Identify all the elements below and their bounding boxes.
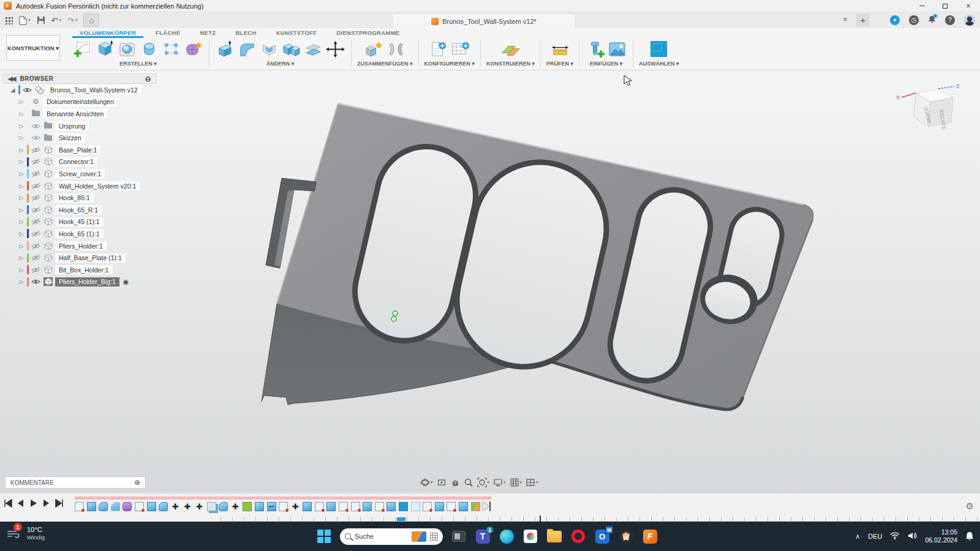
browser-item-pliers-holder-big-1[interactable]: ▷Pliers_Holder_Big:1◉ bbox=[2, 276, 157, 288]
browser-item-base-plate-1[interactable]: ▷Base_Plate:1 bbox=[2, 144, 157, 156]
start-button[interactable] bbox=[316, 528, 332, 544]
canvas-icon[interactable] bbox=[607, 40, 627, 58]
browser-item-label[interactable]: Screw_cover:1 bbox=[55, 169, 105, 178]
extrude-icon[interactable] bbox=[95, 40, 115, 58]
timeline-feature-move-8[interactable]: ✚ bbox=[171, 502, 180, 511]
viewport[interactable]: X Z VORNE RECHTS ◀◀ BROWSER ⊖ ◢Brunos_To… bbox=[0, 70, 980, 493]
new-component-icon[interactable] bbox=[364, 40, 384, 58]
browser-item-hook-45-1-1[interactable]: ▷Hook_45 (1):1 bbox=[2, 216, 157, 228]
eye-visible-icon[interactable] bbox=[23, 86, 32, 94]
browser-item-screw-cover-1[interactable]: ▷Screw_cover:1 bbox=[2, 168, 157, 180]
timeline-feature-extrude-19[interactable] bbox=[303, 502, 312, 511]
timeline-feature-move-10[interactable]: ✚ bbox=[195, 502, 204, 511]
viewports-icon[interactable]: ▾ bbox=[526, 478, 538, 487]
browser-item-label[interactable]: Base_Plate:1 bbox=[55, 145, 100, 154]
plane-icon[interactable] bbox=[500, 40, 521, 58]
eye-hidden-icon[interactable] bbox=[31, 170, 41, 178]
comments-bar[interactable]: KOMMENTARE ⊕ bbox=[5, 476, 146, 489]
grid-icon[interactable]: ▾ bbox=[510, 478, 522, 487]
browser-item-label[interactable]: Hook_65 (1):1 bbox=[55, 229, 104, 238]
ribbon-group-label[interactable]: ÄNDERN ▾ bbox=[266, 61, 295, 67]
create-sketch-icon[interactable] bbox=[73, 40, 93, 58]
timeline-feature-sketch-31[interactable] bbox=[447, 502, 456, 511]
eye-hidden-icon[interactable] bbox=[31, 182, 41, 190]
browser-item-label[interactable]: Pliers_Holder_Big:1 bbox=[55, 277, 119, 287]
expander-icon[interactable]: ▷ bbox=[18, 147, 24, 153]
browser-item-half-base-plate-1-1[interactable]: ▷Half_Base_Plate (1):1 bbox=[2, 252, 157, 264]
expander-icon[interactable]: ▷ bbox=[18, 135, 24, 141]
job-status-icon[interactable]: ✦ bbox=[890, 15, 900, 25]
view-cube[interactable]: X Z VORNE RECHTS bbox=[896, 83, 960, 130]
expander-icon[interactable]: ▷ bbox=[18, 231, 24, 237]
timeline-feature-paste-16[interactable]: ↩ bbox=[267, 502, 276, 511]
document-tab-close-icon[interactable]: × bbox=[843, 15, 848, 24]
browser-item-hook-65-1-1[interactable]: ▷Hook_65 (1):1 bbox=[2, 228, 157, 240]
timeline-feature-chamfer-3[interactable] bbox=[111, 502, 120, 511]
timeline-feature-pattern-14[interactable] bbox=[243, 502, 252, 511]
close-button[interactable]: × bbox=[957, 0, 980, 12]
tab-volumenkörper[interactable]: VOLUMENKÖRPER bbox=[72, 28, 143, 38]
expander-icon[interactable]: ▷ bbox=[18, 123, 24, 129]
wifi-icon[interactable] bbox=[890, 532, 900, 541]
ribbon-group-label[interactable]: PRÜFEN ▾ bbox=[546, 61, 573, 67]
redo-icon[interactable]: ↷▾ bbox=[67, 16, 77, 25]
timeline-position-marker[interactable] bbox=[483, 501, 491, 511]
fit-icon[interactable]: ▾ bbox=[477, 478, 490, 487]
browser-item-dokumenteinstellungen[interactable]: ▷⚙Dokumenteinstellungen bbox=[2, 96, 157, 108]
ribbon-group-label[interactable]: ZUSAMMENFÜGEN ▾ bbox=[357, 61, 413, 67]
timeline-feature-sketch-5[interactable] bbox=[135, 502, 144, 511]
timeline-feature-ghost-28[interactable] bbox=[411, 502, 420, 511]
timeline-feature-form-4[interactable] bbox=[123, 502, 132, 511]
eye-hidden-icon[interactable] bbox=[31, 266, 41, 274]
form-icon[interactable] bbox=[183, 40, 203, 58]
timeline-feature-extrude-6[interactable] bbox=[147, 502, 156, 511]
browser-item-label[interactable]: Connector:1 bbox=[55, 157, 97, 167]
taskbar-app-brave[interactable] bbox=[618, 528, 634, 544]
expander-icon[interactable]: ▷ bbox=[18, 171, 24, 177]
notification-bell-icon[interactable] bbox=[965, 531, 974, 542]
browser-item-brunos-tool-wall-system-v12[interactable]: ◢Brunos_Tool_Wall-System v12 bbox=[2, 84, 157, 96]
timeline-feature-fillet-12[interactable] bbox=[219, 502, 228, 511]
timeline-feature-move-18[interactable]: ✚ bbox=[291, 502, 300, 511]
expander-icon[interactable]: ▷ bbox=[18, 111, 24, 117]
timeline-feature-copy-11[interactable] bbox=[207, 502, 216, 511]
taskbar-app-outlook[interactable]: O✉ bbox=[594, 528, 610, 544]
history-icon[interactable]: ◷ bbox=[909, 15, 919, 25]
clock[interactable]: 13:05 06.02.2024 bbox=[925, 528, 957, 544]
eye-hidden-icon[interactable] bbox=[31, 230, 41, 238]
browser-item-label[interactable]: Brunos_Tool_Wall-System v12 bbox=[47, 85, 141, 94]
browser-item-label[interactable]: Hook_85:1 bbox=[55, 193, 94, 203]
browser-item-label[interactable]: Benannte Ansichten bbox=[43, 109, 107, 118]
search-input[interactable]: Suche bbox=[340, 528, 443, 545]
eye-hidden-icon[interactable] bbox=[31, 146, 41, 154]
pattern-box-icon[interactable] bbox=[161, 40, 181, 58]
shell-icon[interactable] bbox=[259, 40, 279, 58]
help-icon[interactable]: ? bbox=[945, 15, 955, 25]
expander-icon[interactable]: ▷ bbox=[18, 159, 24, 165]
taskbar-app-teams[interactable]: T1 bbox=[475, 528, 491, 544]
browser-item-connector-1[interactable]: ▷Connector:1 bbox=[2, 156, 157, 168]
undo-icon[interactable]: ↶▾ bbox=[51, 16, 61, 25]
new-tab-button[interactable]: + bbox=[856, 13, 870, 27]
browser-item-label[interactable]: Pliers_Holder:1 bbox=[55, 241, 107, 250]
taskbar-app-fusion[interactable]: F bbox=[642, 528, 658, 544]
zoom-icon[interactable] bbox=[464, 478, 473, 487]
expander-icon[interactable]: ▷ bbox=[18, 207, 24, 213]
hole-icon[interactable] bbox=[117, 40, 137, 58]
eye-hidden-icon[interactable] bbox=[31, 218, 41, 225]
timeline-feature-move-9[interactable]: ✚ bbox=[183, 502, 192, 511]
timeline-feature-extrude-21[interactable] bbox=[326, 502, 336, 511]
timeline-feature-appearance-33[interactable] bbox=[471, 502, 480, 511]
expander-icon[interactable]: ◢ bbox=[10, 87, 16, 93]
timeline-feature-extrude-15[interactable] bbox=[255, 502, 264, 511]
browser-item-skizzen[interactable]: ▷Skizzen bbox=[2, 132, 157, 144]
taskbar-app-explorer[interactable] bbox=[546, 528, 562, 544]
config-table-icon[interactable] bbox=[450, 40, 470, 58]
browser-item-wall-holder-system-v20-1[interactable]: ▷Wall_Holder_System v20:1 bbox=[2, 180, 157, 192]
pan-icon[interactable] bbox=[450, 478, 460, 487]
language-indicator[interactable]: DEU bbox=[868, 533, 882, 540]
timeline-feature-sketch-20[interactable] bbox=[315, 502, 324, 511]
timeline-feature-extrude-24[interactable] bbox=[363, 502, 372, 511]
maximize-button[interactable] bbox=[933, 0, 957, 12]
ribbon-group-label[interactable]: EINFÜGEN ▾ bbox=[590, 61, 623, 67]
